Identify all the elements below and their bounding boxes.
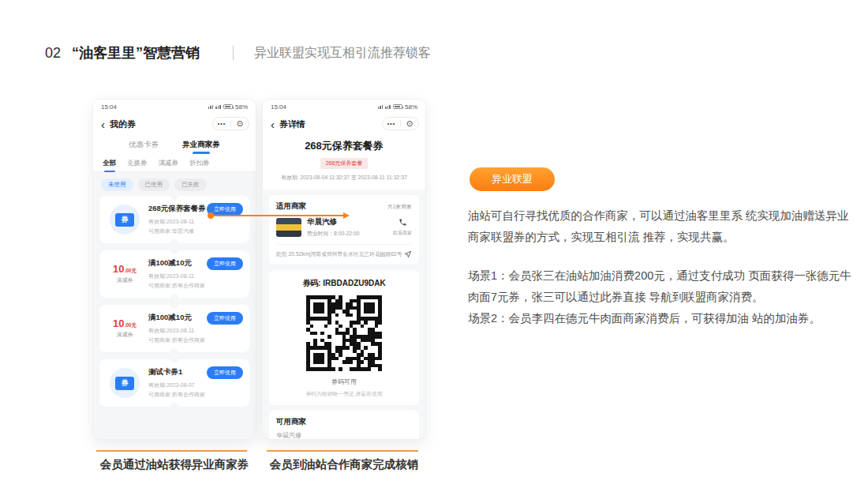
subtab-fullreduction[interactable]: 满减券	[159, 159, 179, 168]
coupon-card[interactable]: 10.00元 满减券 满100减10元 有效期:2023-08-11 可用商家:…	[99, 305, 249, 352]
coupon-card[interactable]: 券 测试卡券1 有效期:2023-08-07 可用商家:所有合作商家 立即使用	[99, 359, 249, 407]
use-now-button[interactable]: 立即使用	[207, 312, 243, 325]
merchant-photo	[276, 218, 301, 237]
nav-bar: ‹ 我的券 ••• ⊙	[93, 114, 256, 134]
coupon-merchant: 可用商家:所有合作商家	[148, 336, 243, 344]
chip-used[interactable]: 已使用	[138, 178, 170, 191]
nav-title: 券详情	[279, 118, 305, 130]
qr-code	[306, 295, 382, 371]
phone-icon	[398, 218, 407, 227]
merchant-count: 共1家商家	[387, 203, 412, 211]
phone-screenshot-coupon-list: 15:04 58% ‹ 我的券 ••• ⊙ 优惠卡券 异业商家券 全部 兑换券	[92, 99, 256, 440]
page-subtitle: 异业联盟实现互相引流推荐锁客	[254, 45, 431, 62]
coupon-card[interactable]: 10.00元 满减券 满100减10元 有效期:2023-08-11 可用商家:…	[99, 250, 249, 298]
coupon-list: 券 268元保养套餐券 有效期:2023-08-11 可用商家:华晨汽修 立即使…	[93, 196, 256, 407]
alliance-badge: 异业联盟	[470, 167, 555, 191]
alliance-scenarios: 场景1：会员张三在油站加油消费200元，通过支付成功 页面获得一张德元牛肉面7元…	[468, 265, 852, 328]
chip-expired[interactable]: 已失效	[174, 178, 207, 191]
subtab-all[interactable]: 全部	[103, 159, 116, 168]
coupon-subtabs: 全部 兑换券 满减券 折扣券	[93, 155, 256, 172]
slide: 02 “油客里里”智慧营销 异业联盟实现互相引流推荐锁客 15:04 58% ‹…	[0, 0, 868, 488]
phone2-caption: 会员到油站合作商家完成核销	[262, 457, 426, 472]
tab-alliance-coupons[interactable]: 异业商家券	[181, 137, 222, 153]
tab-discount-coupons[interactable]: 优惠卡券	[127, 137, 160, 153]
use-now-button[interactable]: 立即使用	[207, 257, 243, 270]
battery-icon	[223, 104, 233, 109]
nav-title: 我的券	[110, 118, 136, 130]
status-time: 15:04	[101, 103, 117, 111]
battery-percent: 58%	[235, 103, 248, 111]
ticket-icon: 券	[110, 205, 140, 235]
coupon-card[interactable]: 券 268元保养套餐券 有效期:2023-08-11 可用商家:华晨汽修 立即使…	[99, 196, 249, 243]
wifi-icon	[208, 105, 214, 109]
close-target-icon[interactable]: ⊙	[401, 120, 418, 128]
caption-divider	[96, 450, 247, 452]
subtab-exchange[interactable]: 兑换券	[127, 159, 148, 168]
wifi-icon	[378, 105, 383, 109]
coupon-code-status: 券码可用	[276, 377, 412, 386]
coupon-type-label: 满减券	[117, 276, 133, 284]
available-merchant-heading: 可用商家	[276, 417, 412, 427]
phone1-caption: 会员通过油站获得异业商家券	[92, 457, 256, 472]
merchant-address: 距您 20.52km|河南省郑州市金水区北三环花园路62号	[276, 250, 402, 258]
ticket-icon: 券	[110, 368, 140, 398]
close-target-icon[interactable]: ⊙	[231, 120, 249, 128]
slide-header: 02 “油客里里”智慧营销 异业联盟实现互相引流推荐锁客	[45, 43, 431, 62]
coupon-detail-header: 268元保养套餐券 268元保养套餐 有效期: 2023-08-04 11:32…	[263, 134, 425, 190]
contact-merchant-button[interactable]: 联系商家	[393, 218, 412, 237]
coupon-expiry: 有效期:2023-08-07	[148, 381, 243, 389]
arrow-head-icon	[343, 212, 350, 219]
page-title: “油客里里”智慧营销	[72, 43, 200, 62]
status-bar: 15:04 58%	[93, 99, 256, 114]
alliance-description: 油站可自行寻找优质的合作商家，可以通过油客里里系 统实现加油赠送异业商家联盟券的…	[468, 205, 852, 248]
coupon-validity: 有效期: 2023-08-04 11:32:37 至 2023-08-11 11…	[263, 174, 425, 182]
scenario-1: 场景1：会员张三在油站加油消费200元，通过支付成功 页面获得一张德元牛肉面7元…	[468, 265, 852, 308]
battery-percent: 58%	[405, 103, 417, 111]
phone-screenshot-coupon-detail: 15:04 58% ‹ 券详情 ••• ⊙ 268元保养套餐券 268元保养套餐…	[262, 99, 426, 440]
more-icon[interactable]: •••	[213, 121, 230, 126]
contact-merchant-label: 联系商家	[393, 230, 412, 237]
merchant-section-heading: 适用商家	[276, 201, 306, 212]
arrow-line	[211, 215, 343, 216]
back-icon[interactable]: ‹	[271, 118, 275, 130]
signal-icon	[215, 105, 221, 109]
miniprogram-capsule: ••• ⊙	[382, 117, 419, 130]
navigation-icon[interactable]	[404, 250, 412, 258]
nav-bar: ‹ 券详情 ••• ⊙	[263, 114, 425, 134]
scenario-2: 场景2：会员李四在德元牛肉面商家消费后，可获得加油 站的加油券。	[468, 308, 852, 329]
coupon-expiry: 有效期:2023-08-11	[148, 326, 243, 335]
merchant-hours: 营业时间：8:00-22:00	[307, 230, 393, 238]
more-icon[interactable]: •••	[383, 121, 400, 126]
back-icon[interactable]: ‹	[101, 118, 105, 130]
coupon-code-card: 券码: IRBDADZU9DAK 券码可用 券码为核销唯一凭证,请妥善使用	[269, 270, 419, 405]
coupon-tag: 268元保养套餐	[320, 158, 369, 169]
coupon-code: 券码: IRBDADZU9DAK	[276, 278, 412, 289]
available-merchant-value: 华晨汽修	[276, 431, 412, 440]
coupon-merchant: 可用商家:华晨汽修	[148, 227, 243, 235]
miniprogram-capsule: ••• ⊙	[212, 117, 249, 130]
coupon-tabs: 优惠卡券 异业商家券	[93, 134, 256, 155]
battery-icon	[393, 104, 402, 109]
coupon-expiry: 有效期:2023-08-11	[148, 272, 243, 280]
flow-arrow	[208, 212, 350, 219]
coupon-code-note: 券码为核销唯一凭证,请妥善使用	[276, 390, 412, 398]
coupon-detail-title: 268元保养套餐券	[263, 139, 425, 153]
use-now-button[interactable]: 立即使用	[207, 366, 243, 379]
section-number: 02	[45, 45, 61, 62]
status-time: 15:04	[271, 103, 286, 111]
coupon-merchant: 可用商家:所有合作商家	[148, 281, 243, 290]
coupon-type-label: 满减券	[117, 331, 133, 339]
coupon-merchant: 可用商家:所有合作商家	[148, 390, 243, 399]
header-divider	[233, 46, 234, 60]
usage-info-card: 可用商家 华晨汽修 可用时段 00:00-23:59	[269, 411, 419, 440]
signal-icon	[385, 105, 391, 109]
caption-divider	[267, 450, 418, 452]
chip-unused[interactable]: 未使用	[101, 178, 133, 191]
status-bar: 15:04 58%	[263, 99, 425, 114]
subtab-discount[interactable]: 折扣券	[189, 159, 210, 168]
applicable-merchant-card: 适用商家 共1家商家 华晨汽修 营业时间：8:00-22:00 联系商家 距您 …	[269, 195, 419, 265]
